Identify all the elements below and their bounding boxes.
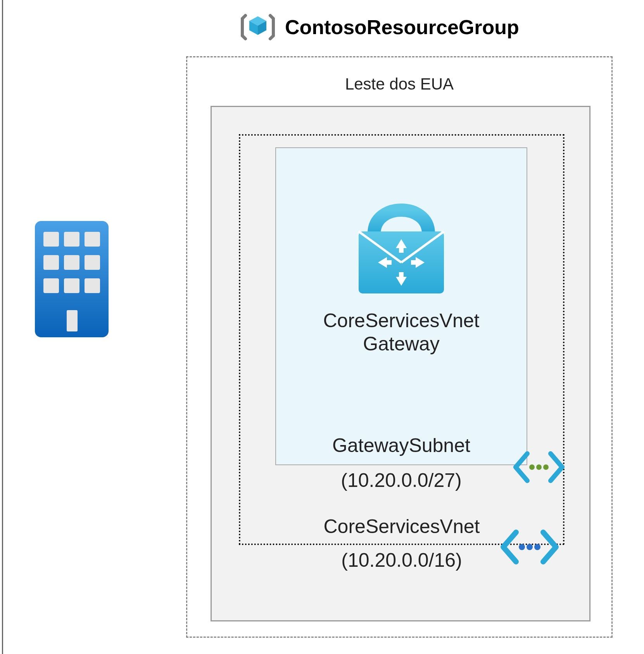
gateway-label-line2: Gateway <box>363 333 439 355</box>
svg-rect-8 <box>64 278 79 293</box>
svg-point-30 <box>534 544 540 550</box>
building-icon <box>35 221 109 337</box>
svg-rect-2 <box>64 232 79 247</box>
vnet-icon <box>499 528 561 568</box>
subnet-name-label: GatewaySubnet <box>276 434 527 457</box>
gateway-label: CoreServicesVnet Gateway <box>276 309 527 355</box>
subnet-cidr-label: (10.20.0.0/27) <box>275 469 527 492</box>
resource-group-header: ContosoResourceGroup <box>238 8 519 47</box>
svg-point-25 <box>529 464 535 470</box>
svg-rect-6 <box>85 255 100 270</box>
gateway-block: CoreServicesVnet Gateway <box>276 175 527 355</box>
svg-rect-4 <box>43 255 59 270</box>
svg-point-26 <box>536 464 542 470</box>
svg-rect-24 <box>411 260 416 265</box>
svg-rect-1 <box>43 232 59 247</box>
region-label: Leste dos EUA <box>187 75 611 93</box>
svg-rect-7 <box>43 278 59 293</box>
svg-rect-10 <box>67 310 78 331</box>
diagram-canvas: ContosoResourceGroup Leste dos EUA <box>0 0 644 654</box>
svg-rect-9 <box>85 278 100 293</box>
svg-rect-18 <box>399 247 404 253</box>
resource-group-title: ContosoResourceGroup <box>285 16 519 39</box>
svg-rect-5 <box>64 255 79 270</box>
resource-group-icon <box>238 8 277 47</box>
resource-group-container: Leste dos EUA <box>186 56 613 638</box>
gateway-label-line1: CoreServicesVnet <box>323 310 480 331</box>
vnet-peering-icon <box>512 450 566 486</box>
svg-rect-20 <box>399 272 404 278</box>
svg-rect-3 <box>85 232 100 247</box>
left-border-line <box>2 0 3 654</box>
svg-point-29 <box>527 544 533 550</box>
vnet-container: CoreServicesVnet Gateway GatewaySubnet (… <box>239 134 565 545</box>
svg-rect-22 <box>386 260 392 265</box>
subnet-container: CoreServicesVnet Gateway GatewaySubnet <box>275 147 527 465</box>
region-container: CoreServicesVnet Gateway GatewaySubnet (… <box>211 106 590 621</box>
svg-point-28 <box>519 544 525 550</box>
svg-point-27 <box>543 464 549 470</box>
vpn-gateway-icon <box>276 175 527 299</box>
